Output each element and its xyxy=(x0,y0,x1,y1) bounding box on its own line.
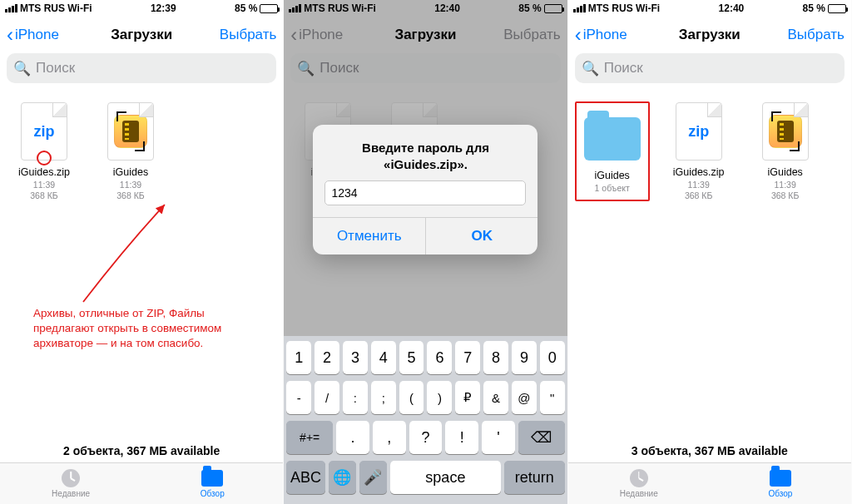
search-wrap: 🔍Поиск xyxy=(0,53,283,90)
key-abc[interactable]: ABC xyxy=(286,461,324,494)
password-modal: Введите пароль для «iGuides.zip». Отмени… xyxy=(313,125,537,254)
search-placeholder: Поиск xyxy=(604,60,643,77)
file-item-zip[interactable]: zip iGuides.zip 11:39368 КБ xyxy=(661,101,736,201)
file-item-archive[interactable]: iGuides 11:39368 КБ xyxy=(93,101,168,201)
key[interactable]: ) xyxy=(427,381,452,414)
back-button[interactable]: ‹iPhone xyxy=(575,27,627,43)
select-button: Выбрать xyxy=(503,27,560,43)
zip-file-icon: zip xyxy=(676,102,722,161)
key[interactable]: - xyxy=(286,381,311,414)
search-icon: 🔍 xyxy=(297,60,315,77)
clock-icon xyxy=(630,469,648,487)
carrier-label: MTS RUS Wi-Fi xyxy=(304,2,376,14)
summary-label: 3 объекта, 367 МБ available xyxy=(568,437,851,462)
clock-label: 12:40 xyxy=(434,2,460,14)
search-wrap: 🔍Поиск xyxy=(568,53,851,90)
key[interactable]: 3 xyxy=(343,341,368,374)
nav-bar: ‹iPhone Загрузки Выбрать xyxy=(284,17,567,53)
tab-bar: Недавние Обзор xyxy=(568,462,851,504)
tab-browse[interactable]: Обзор xyxy=(710,463,851,504)
back-label: iPhone xyxy=(299,27,343,43)
tab-label: Обзор xyxy=(768,489,792,498)
tab-browse[interactable]: Обзор xyxy=(141,463,283,504)
key[interactable]: ; xyxy=(371,381,396,414)
key[interactable]: ( xyxy=(399,381,424,414)
key[interactable]: #+= xyxy=(286,421,333,454)
key[interactable]: 1 xyxy=(286,341,311,374)
file-name: iGuides xyxy=(748,166,823,178)
search-input[interactable]: 🔍Поиск xyxy=(7,53,276,83)
modal-message: Введите пароль для «iGuides.zip». xyxy=(313,125,537,180)
file-size: 368 КБ xyxy=(771,190,799,200)
key[interactable]: 2 xyxy=(315,341,339,374)
file-item-folder[interactable]: iGuides 1 объект xyxy=(575,101,650,201)
key[interactable]: ' xyxy=(482,421,515,454)
screen-2: MTS RUS Wi-Fi 12:40 85 % ‹iPhone Загрузк… xyxy=(284,0,567,504)
search-placeholder: Поиск xyxy=(36,60,75,77)
key-space[interactable]: space xyxy=(390,461,501,494)
screen-1: MTS RUS Wi-Fi 12:39 85 % ‹iPhone Загрузк… xyxy=(0,0,284,504)
tab-recents[interactable]: Недавние xyxy=(0,463,141,504)
keyboard-row-1: 1234567890 xyxy=(286,341,564,374)
keyboard-row-2: -/:;()₽&@" xyxy=(286,381,564,414)
key[interactable]: , xyxy=(373,421,406,454)
file-name: iGuides.zip xyxy=(661,166,736,178)
key[interactable]: : xyxy=(343,381,368,414)
key[interactable]: 7 xyxy=(455,341,480,374)
search-input[interactable]: 🔍Поиск xyxy=(575,53,845,83)
battery-icon xyxy=(828,4,846,13)
key[interactable]: / xyxy=(315,381,339,414)
key[interactable]: ⌫ xyxy=(518,421,565,454)
key[interactable]: ₽ xyxy=(455,381,480,414)
folder-icon xyxy=(770,470,791,487)
key[interactable]: 4 xyxy=(371,341,396,374)
file-grid: zip iGuides.zip 11:39368 КБ iGuides 11:3… xyxy=(0,90,283,437)
file-name: iGuides xyxy=(577,170,648,181)
folder-icon xyxy=(584,117,641,161)
tab-recents[interactable]: Недавние xyxy=(568,463,710,504)
signal-icon xyxy=(573,4,586,12)
key-mic[interactable]: 🎤 xyxy=(359,461,387,494)
file-time: 11:39 xyxy=(688,180,710,190)
key[interactable]: 8 xyxy=(483,341,508,374)
keyboard-row-3: #+=.,?!'⌫ xyxy=(286,421,564,454)
cancel-button[interactable]: Отменить xyxy=(313,218,426,254)
key[interactable]: 0 xyxy=(540,341,565,374)
password-input[interactable] xyxy=(324,180,526,205)
search-icon: 🔍 xyxy=(582,60,599,77)
status-bar: MTS RUS Wi-Fi 12:39 85 % xyxy=(0,0,283,17)
clock-label: 12:39 xyxy=(151,2,176,14)
key[interactable]: . xyxy=(336,421,369,454)
battery-icon xyxy=(260,4,278,13)
key[interactable]: 9 xyxy=(512,341,537,374)
back-button[interactable]: ‹iPhone xyxy=(7,27,59,43)
tab-label: Недавние xyxy=(620,489,658,498)
key[interactable]: 5 xyxy=(399,341,424,374)
carrier-label: MTS RUS Wi-Fi xyxy=(588,2,661,14)
key[interactable]: ! xyxy=(445,421,478,454)
tab-label: Недавние xyxy=(52,489,90,498)
key[interactable]: 6 xyxy=(427,341,452,374)
tab-label: Обзор xyxy=(201,489,225,498)
key[interactable]: @ xyxy=(512,381,537,414)
keyboard-row-4: ABC 🌐 🎤 space return xyxy=(286,461,564,494)
file-size: 368 КБ xyxy=(685,190,712,200)
nav-bar: ‹iPhone Загрузки Выбрать xyxy=(568,17,851,53)
key[interactable]: ? xyxy=(409,421,443,454)
select-button[interactable]: Выбрать xyxy=(788,27,845,43)
ok-button[interactable]: OK xyxy=(426,218,538,254)
key[interactable]: " xyxy=(540,381,565,414)
key-globe[interactable]: 🌐 xyxy=(329,461,356,494)
carrier-label: MTS RUS Wi-Fi xyxy=(20,2,92,14)
back-label: iPhone xyxy=(15,27,59,43)
signal-icon xyxy=(5,4,17,12)
search-placeholder: Поиск xyxy=(320,60,359,77)
file-item-archive[interactable]: iGuides 11:39368 КБ xyxy=(748,101,823,201)
key-return[interactable]: return xyxy=(504,461,565,494)
annotation-circle-icon xyxy=(37,151,52,166)
file-grid: iGuides 1 объект zip iGuides.zip 11:3936… xyxy=(568,90,851,437)
select-button[interactable]: Выбрать xyxy=(220,27,276,43)
tab-bar: Недавние Обзор xyxy=(0,462,283,504)
file-item-zip[interactable]: zip iGuides.zip 11:39368 КБ xyxy=(7,101,82,201)
key[interactable]: & xyxy=(483,381,508,414)
